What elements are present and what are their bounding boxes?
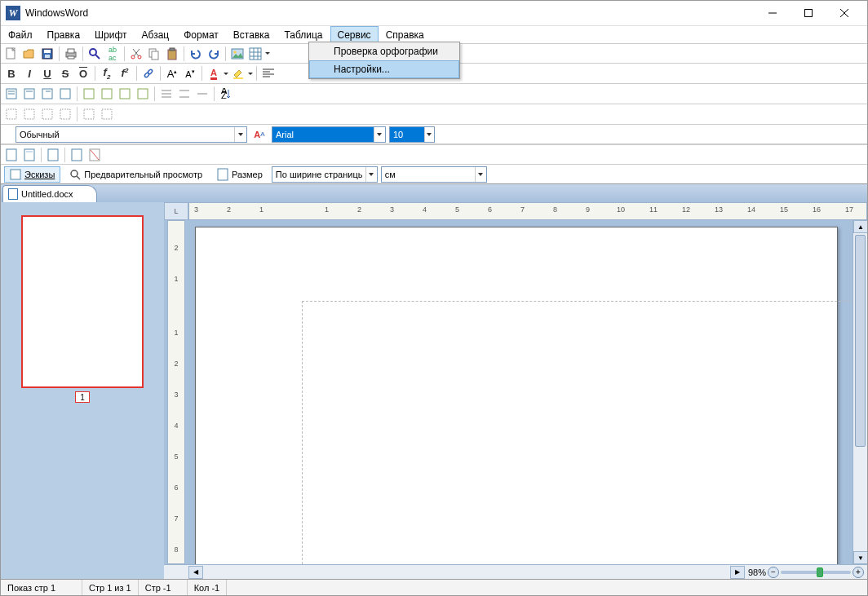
sort-icon[interactable]: AZ (217, 85, 235, 103)
para-icon-5[interactable] (80, 85, 98, 103)
scroll-down-icon[interactable]: ▼ (853, 551, 867, 564)
scroll-up-icon[interactable]: ▲ (853, 220, 867, 233)
strike-icon[interactable]: S (56, 64, 74, 82)
menu-paragraph[interactable]: Абзац (135, 26, 177, 43)
menu-format[interactable]: Формат (176, 26, 226, 43)
close-button[interactable] (826, 2, 862, 24)
zoom-slider-thumb[interactable] (817, 567, 823, 577)
superscript-icon[interactable]: f2 (116, 64, 134, 82)
border-5-icon[interactable] (80, 105, 98, 123)
para-icon-8[interactable] (134, 85, 152, 103)
size-button[interactable]: Размер (211, 166, 268, 183)
zoom-mode-combo[interactable] (272, 166, 378, 183)
highlight-color-icon[interactable] (229, 64, 254, 82)
border-2-icon[interactable] (20, 105, 38, 123)
style-combo-input[interactable] (16, 127, 234, 142)
hscroll-track[interactable] (203, 566, 730, 579)
save-icon[interactable] (38, 45, 56, 63)
para-icon-11[interactable] (193, 85, 211, 103)
toolbar-paragraph: AZ (1, 84, 867, 104)
chevron-down-icon[interactable] (374, 127, 385, 142)
size-combo-input[interactable] (390, 127, 424, 142)
border-3-icon[interactable] (38, 105, 56, 123)
zoom-in-button[interactable]: + (852, 567, 864, 578)
horizontal-ruler[interactable]: 3 2 1 1 2 3 4 5 6 7 8 9 10 11 12 13 14 1… (188, 202, 867, 220)
new-doc-icon[interactable] (2, 45, 20, 63)
print-icon[interactable] (62, 45, 80, 63)
replace-icon[interactable]: abac (104, 45, 122, 63)
scroll-thumb[interactable] (855, 235, 866, 447)
redo-icon[interactable] (205, 45, 223, 63)
menu-help[interactable]: Справка (379, 26, 432, 43)
chevron-down-icon[interactable] (365, 167, 377, 182)
zoom-slider[interactable] (781, 571, 851, 574)
vertical-ruler[interactable]: 2 1 1 2 3 4 5 6 7 8 (167, 220, 185, 564)
para-icon-9[interactable] (157, 85, 175, 103)
style-combo[interactable] (16, 126, 247, 143)
border-4-icon[interactable] (56, 105, 74, 123)
zoom-out-button[interactable]: − (768, 567, 779, 578)
zoom-mode-input[interactable] (272, 167, 365, 182)
copy-icon[interactable] (145, 45, 163, 63)
underline-icon[interactable]: U (38, 64, 56, 82)
page-canvas[interactable] (188, 220, 852, 564)
bold-icon[interactable]: B (2, 64, 20, 82)
insert-image-icon[interactable] (228, 45, 246, 63)
find-icon[interactable] (86, 45, 104, 63)
subscript-icon[interactable]: f2 (98, 64, 116, 82)
menu-file[interactable]: Файл (1, 26, 40, 43)
overline-icon[interactable]: O (74, 64, 92, 82)
border-6-icon[interactable] (98, 105, 116, 123)
font-color-icon[interactable]: A (205, 64, 229, 82)
scroll-right-icon[interactable]: ▶ (730, 566, 745, 579)
para-icon-1[interactable] (2, 85, 20, 103)
thumbnails-button[interactable]: Эскизы (4, 166, 60, 183)
align-left-icon[interactable] (259, 64, 277, 82)
size-combo[interactable] (389, 126, 435, 143)
font-combo[interactable] (272, 126, 386, 143)
docview-2-icon[interactable] (20, 146, 38, 164)
preview-button[interactable]: Предварительный просмотр (64, 166, 208, 183)
scroll-left-icon[interactable]: ◀ (188, 566, 203, 579)
docview-1-icon[interactable] (2, 146, 20, 164)
para-icon-10[interactable] (175, 85, 193, 103)
para-icon-4[interactable] (56, 85, 74, 103)
open-icon[interactable] (20, 45, 38, 63)
border-1-icon[interactable] (2, 105, 20, 123)
hyperlink-icon[interactable] (140, 64, 157, 82)
para-icon-7[interactable] (116, 85, 134, 103)
italic-icon[interactable]: I (20, 64, 38, 82)
font-combo-input[interactable] (272, 127, 374, 142)
para-icon-6[interactable] (98, 85, 116, 103)
menu-edit[interactable]: Правка (40, 26, 88, 43)
para-icon-3[interactable] (38, 85, 56, 103)
increase-font-icon[interactable]: A▴ (163, 64, 181, 82)
docview-3-icon[interactable] (44, 146, 62, 164)
menu-font[interactable]: Шрифт (87, 26, 134, 43)
page-thumbnail[interactable] (21, 215, 144, 388)
vertical-scrollbar[interactable]: ▲ ▼ (852, 220, 867, 564)
docview-4-icon[interactable] (68, 146, 86, 164)
maximize-button[interactable] (790, 2, 826, 24)
document-tab[interactable]: Untitled.docx (2, 185, 97, 202)
undo-icon[interactable] (187, 45, 205, 63)
paste-icon[interactable] (163, 45, 181, 63)
unit-combo[interactable] (381, 166, 487, 183)
dropdown-settings[interactable]: Настройки... (309, 60, 459, 78)
svg-rect-46 (138, 89, 148, 99)
chevron-down-icon[interactable] (424, 127, 434, 142)
docview-5-icon[interactable] (86, 146, 104, 164)
unit-input[interactable] (382, 167, 475, 182)
menu-table[interactable]: Таблица (277, 26, 330, 43)
chevron-down-icon[interactable] (234, 127, 246, 142)
para-icon-2[interactable] (20, 85, 38, 103)
minimize-button[interactable] (755, 2, 790, 24)
decrease-font-icon[interactable]: A▾ (181, 64, 199, 82)
chevron-down-icon[interactable] (475, 167, 486, 182)
dropdown-spellcheck[interactable]: Проверка орфографии (309, 42, 459, 60)
menu-service[interactable]: Сервис (330, 26, 379, 43)
table-dropdown-icon[interactable] (246, 45, 271, 63)
menu-insert[interactable]: Вставка (226, 26, 277, 43)
page[interactable] (195, 227, 838, 564)
cut-icon[interactable] (127, 45, 145, 63)
